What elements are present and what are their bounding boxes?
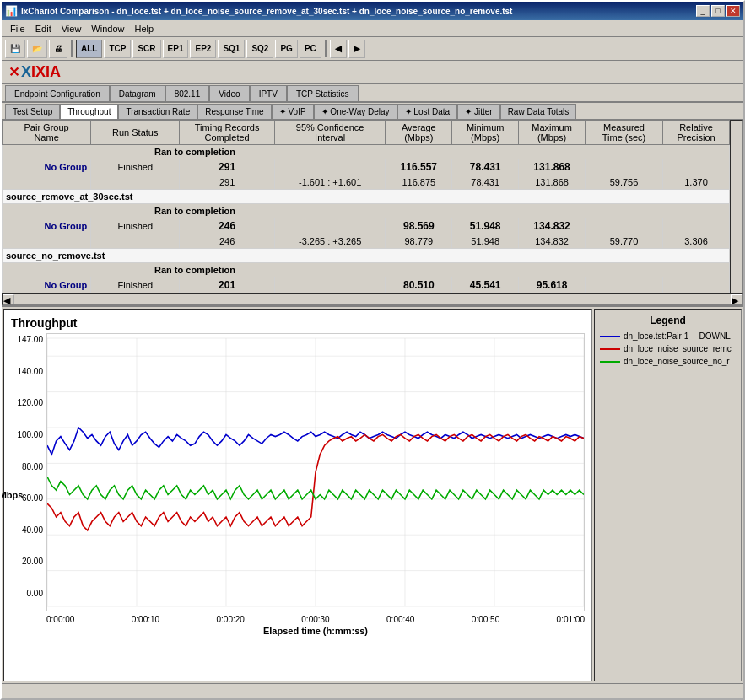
next-button[interactable]: ▶ [348, 40, 365, 58]
y-tick-0: 0.00 [11, 589, 43, 598]
filter-all-button[interactable]: ALL [76, 40, 102, 58]
window-title: IxChariot Comparison - dn_loce.tst + dn_… [21, 7, 512, 16]
sub-tab-raw-data[interactable]: Raw Data Totals [500, 104, 577, 119]
x-tick-5: 0:00:50 [472, 615, 499, 624]
y-tick-5: 120.00 [11, 398, 43, 407]
header-timing-records: Timing RecordsCompleted [180, 121, 275, 145]
x-tick-0: 0:00:00 [46, 615, 74, 624]
y-tick-6: 140.00 [11, 367, 43, 376]
x-tick-4: 0:00:40 [386, 615, 414, 624]
file2-records-total: 246 [180, 218, 275, 234]
table-row: No Group Finished 201 80.510 45.541 95.6… [3, 277, 730, 293]
filter-sq1-button[interactable]: SQ1 [218, 40, 245, 58]
sub-tab-throughput[interactable]: Throughput [60, 104, 118, 119]
filter-scr-button[interactable]: SCR [132, 40, 160, 58]
save-button[interactable]: 💾 [5, 40, 25, 58]
header-confidence-interval: 95% ConfidenceInterval [274, 121, 385, 145]
tab-datagram[interactable]: Datagram [110, 85, 165, 101]
title-bar-left: 📊 IxChariot Comparison - dn_loce.tst + d… [5, 5, 512, 17]
file1-group-name: No Group [3, 159, 91, 175]
sub-tab-voip[interactable]: ✦ VoIP [272, 104, 314, 119]
file3-min-total: 45.541 [452, 277, 519, 293]
file3-avg-total: 80.510 [386, 277, 452, 293]
file1-status: Finished [91, 159, 180, 175]
main-tab-row: Endpoint Configuration Datagram 802.11 V… [2, 84, 743, 103]
table-row: source_no_remove.tst [3, 249, 730, 263]
file1-min-total: 78.431 [452, 159, 519, 175]
tab-endpoint-config[interactable]: Endpoint Configuration [5, 85, 110, 101]
logo-text: X [21, 63, 31, 81]
tab-tcp-stats[interactable]: TCP Statistics [287, 85, 359, 101]
file2-sub-precision: 3.306 [663, 234, 730, 249]
sub-tab-jitter[interactable]: ✦ Jitter [457, 104, 499, 119]
x-axis-label: Elapsed time (h:mm:ss) [46, 626, 585, 636]
file2-min-total: 51.948 [452, 218, 519, 234]
menu-bar: File Edit View Window Help [2, 20, 743, 37]
menu-view[interactable]: View [57, 22, 87, 35]
open-button[interactable]: 📂 [27, 40, 47, 58]
filter-pc-button[interactable]: PC [300, 40, 321, 58]
x-tick-1: 0:00:10 [132, 615, 159, 624]
table-inner: Pair GroupName Run Status Timing Records… [2, 120, 743, 293]
tab-iptv[interactable]: IPTV [250, 85, 287, 101]
tab-802-11[interactable]: 802.11 [165, 85, 210, 101]
sub-tab-transaction-rate[interactable]: Transaction Rate [118, 104, 197, 119]
legend-panel: Legend dn_loce.tst:Pair 1 -- DOWNL dn_lo… [594, 309, 742, 681]
sub-tab-lost-data[interactable]: ✦ Lost Data [397, 104, 458, 119]
data-table-section: Pair GroupName Run Status Timing Records… [2, 120, 743, 305]
file2-group-name: No Group [3, 218, 91, 234]
file1-sub-ci: -1.601 : +1.601 [274, 175, 385, 190]
file1-ci [274, 159, 385, 175]
maximize-button[interactable]: □ [711, 5, 725, 17]
menu-file[interactable]: File [5, 22, 30, 35]
legend-item-green: dn_loce_noise_source_no_r [600, 357, 736, 366]
file1-sub-precision: 1.370 [663, 175, 730, 190]
table-scrollbar-horizontal[interactable]: ◀ ▶ [2, 293, 743, 305]
file2-sub-min: 51.948 [452, 234, 519, 249]
x-tick-6: 0:01:00 [557, 615, 585, 624]
menu-help[interactable]: Help [129, 22, 159, 35]
sub-tab-one-way-delay[interactable]: ✦ One-Way Delay [314, 104, 397, 119]
filter-ep1-button[interactable]: EP1 [163, 40, 189, 58]
status-bar [2, 683, 743, 698]
filter-sq2-button[interactable]: SQ2 [246, 40, 273, 58]
menu-edit[interactable]: Edit [30, 22, 57, 35]
file1-sub-avg: 116.875 [386, 175, 452, 190]
title-bar: 📊 IxChariot Comparison - dn_loce.tst + d… [2, 2, 743, 20]
sub-tab-test-setup[interactable]: Test Setup [5, 104, 60, 119]
header-average: Average(Mbps) [386, 121, 452, 145]
table-row: 246 -3.265 : +3.265 98.779 51.948 134.83… [3, 234, 730, 249]
legend-label-green: dn_loce_noise_source_no_r [624, 357, 730, 366]
chart-svg [46, 333, 585, 611]
app-icon: 📊 [5, 5, 18, 17]
scroll-left-btn[interactable]: ◀ [3, 294, 14, 304]
y-axis-label: Mbps [2, 490, 23, 500]
legend-title: Legend [600, 315, 736, 326]
scroll-right-btn[interactable]: ▶ [731, 294, 742, 304]
prev-button[interactable]: ◀ [330, 40, 347, 58]
table-row: 291 -1.601 : +1.601 116.875 78.431 131.8… [3, 175, 730, 190]
filter-ep2-button[interactable]: EP2 [190, 40, 216, 58]
filter-tcp-button[interactable]: TCP [104, 40, 131, 58]
file3-name-row: source_no_remove.tst [3, 249, 730, 263]
file3-ci [274, 277, 385, 293]
file2-sub-time: 59.770 [586, 234, 663, 249]
file2-sub-group [3, 234, 91, 249]
table-row: Ran to completion [3, 145, 730, 159]
file1-completion: Ran to completion [3, 145, 730, 159]
table-scrollbar-vertical[interactable] [730, 120, 743, 293]
file2-sub-status [91, 234, 180, 249]
header-pair-group-name: Pair GroupName [3, 121, 91, 145]
menu-window[interactable]: Window [86, 22, 129, 35]
tab-video[interactable]: Video [209, 85, 249, 101]
close-button[interactable]: ✕ [726, 5, 740, 17]
print-button[interactable]: 🖨 [49, 40, 67, 58]
sub-tab-response-time[interactable]: Response Time [197, 104, 271, 119]
file3-records-total: 201 [180, 277, 275, 293]
legend-item-red: dn_loce_noise_source_remc [600, 344, 736, 353]
table-row: No Group Finished 291 116.557 78.431 131… [3, 159, 730, 175]
minimize-button[interactable]: _ [696, 5, 710, 17]
file3-precision [663, 277, 730, 293]
file3-status: Finished [91, 277, 180, 293]
filter-pg-button[interactable]: PG [275, 40, 297, 58]
